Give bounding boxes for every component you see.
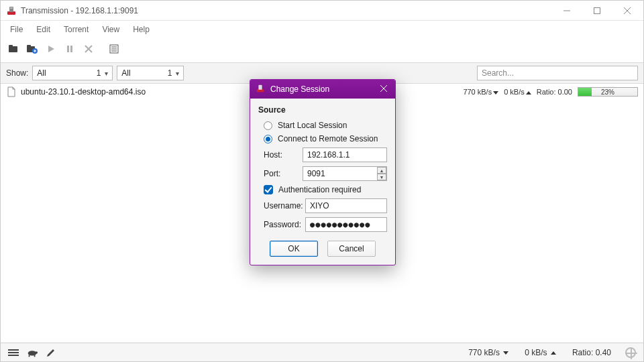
radio-icon — [264, 121, 272, 130]
port-spinner[interactable]: ▲▼ — [377, 167, 386, 180]
dialog-title: Change Session — [270, 84, 329, 94]
host-value: 192.168.1.1 — [307, 150, 350, 160]
cancel-label: Cancel — [339, 244, 364, 253]
username-input[interactable]: XIYO — [305, 198, 387, 213]
radio-start-local[interactable]: Start Local Session — [258, 119, 387, 132]
dialog-close-button[interactable] — [378, 84, 390, 94]
port-input[interactable]: 9091 ▲▼ — [303, 166, 387, 181]
ok-button[interactable]: OK — [270, 241, 318, 257]
svg-rect-29 — [258, 84, 262, 89]
password-label: Password: — [264, 220, 301, 229]
cancel-button[interactable]: Cancel — [327, 241, 376, 257]
modal-overlay: Change Session Source Start Local Sessio… — [1, 1, 643, 361]
radio-remote-label: Connect to Remote Session — [278, 134, 378, 143]
dialog-titlebar[interactable]: Change Session — [250, 80, 395, 99]
port-label: Port: — [264, 169, 299, 178]
dialog-section-title: Source — [258, 105, 387, 115]
username-label: Username: — [264, 201, 301, 210]
ok-label: OK — [288, 244, 299, 253]
host-label: Host: — [264, 150, 299, 160]
radio-local-label: Start Local Session — [278, 121, 347, 130]
radio-icon — [264, 135, 272, 143]
auth-label: Authentication required — [278, 185, 361, 194]
auth-required-checkbox[interactable]: Authentication required — [258, 183, 387, 196]
password-value: ●●●●●●●●●●● — [310, 220, 370, 229]
host-input[interactable]: 192.168.1.1 — [303, 147, 387, 162]
port-value: 9091 — [307, 169, 377, 178]
username-value: XIYO — [310, 201, 329, 210]
checkbox-icon — [264, 185, 273, 194]
radio-connect-remote[interactable]: Connect to Remote Session — [258, 132, 387, 145]
change-session-dialog: Change Session Source Start Local Sessio… — [250, 79, 396, 265]
password-input[interactable]: ●●●●●●●●●●● — [305, 217, 387, 232]
dialog-app-icon — [256, 84, 265, 95]
